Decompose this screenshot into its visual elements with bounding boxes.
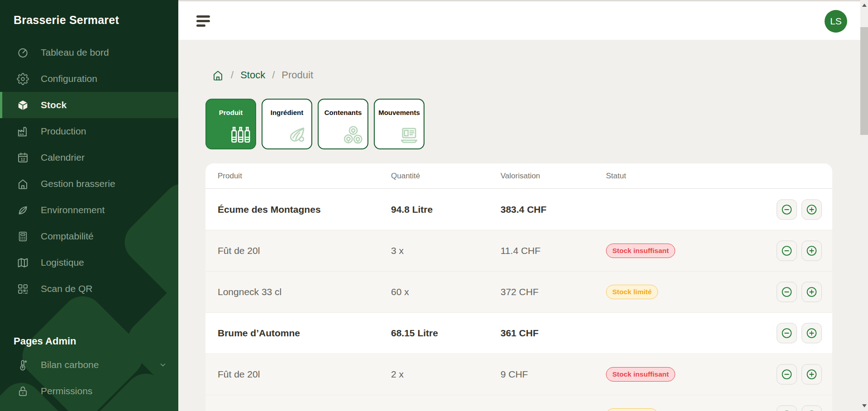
cell-quantity: 3 x	[391, 245, 501, 256]
row-actions	[777, 282, 822, 302]
decrement-button[interactable]	[777, 241, 797, 261]
cell-valuation: 383.4 CHF	[501, 204, 606, 215]
increment-button[interactable]	[801, 282, 822, 302]
increment-button[interactable]	[801, 199, 822, 220]
tab-label: Mouvements	[375, 109, 424, 116]
user-avatar[interactable]: LS	[825, 10, 847, 33]
increment-button[interactable]	[801, 323, 822, 344]
decrement-button[interactable]	[777, 323, 797, 344]
sidebar-item-label: Calendrier	[41, 152, 85, 163]
sidebar-item-label: Scan de QR	[41, 283, 92, 294]
leaf-icon	[17, 204, 29, 216]
sidebar-item-label: Production	[41, 126, 86, 137]
tab-label: Contenants	[319, 109, 367, 116]
home-icon	[17, 178, 29, 190]
breadcrumb-home-icon[interactable]	[212, 69, 224, 81]
cell-valuation: 9 CHF	[501, 369, 606, 380]
map-icon	[17, 257, 29, 269]
sidebar-item-label: Stock	[41, 100, 67, 110]
tab-label: Ingrédient	[262, 109, 311, 116]
status-badge: Stock insuffisant	[606, 367, 675, 382]
scrollbar-down-arrow-icon[interactable]	[862, 404, 867, 407]
hamburger-bar	[196, 15, 210, 18]
sidebar-item-label: Logistique	[41, 257, 84, 268]
scrollbar-up-arrow-icon[interactable]	[862, 4, 867, 7]
sidebar-item-calendrier[interactable]: 12Calendrier	[0, 144, 178, 171]
cell-valuation: 11.4 CHF	[501, 245, 606, 256]
sidebar-item-logistique[interactable]: Logistique	[0, 249, 178, 276]
row-actions	[777, 199, 822, 220]
page-content: /Stock/Produit ProduitIngrédientContenan…	[178, 40, 860, 411]
cell-valuation: 372 CHF	[501, 287, 606, 297]
sidebar-item-configuration[interactable]: Configuration	[0, 66, 178, 92]
table-row: Longneck 33 cl60 x372 CHFStock limité	[205, 271, 832, 312]
top-bar: LS	[178, 0, 860, 40]
sidebar-item-gestion-brasserie[interactable]: Gestion brasserie	[0, 171, 178, 197]
sidebar-item-bilan-carbone[interactable]: Bilan carbone	[0, 352, 178, 378]
column-header: Valorisation	[501, 172, 606, 181]
sidebar-item-environnement[interactable]: Environnement	[0, 197, 178, 223]
row-actions	[777, 406, 822, 411]
sidebar-item-label: Bilan carbone	[41, 359, 99, 370]
svg-text:12: 12	[20, 157, 25, 161]
status-badge: Stock limité	[606, 408, 658, 411]
chevron-down-icon	[158, 360, 167, 369]
increment-button[interactable]	[801, 406, 822, 411]
hamburger-bar	[196, 24, 205, 27]
table-header-row: ProduitQuantitéValorisationStatut	[205, 163, 832, 189]
status-badge: Stock insuffisant	[606, 244, 675, 258]
hamburger-bar	[196, 20, 210, 22]
cell-valuation: 361 CHF	[501, 328, 606, 339]
sidebar-item-label: Permissions	[41, 386, 92, 397]
table-body: Écume des Montagnes94.8 Litre383.4 CHFFû…	[205, 189, 832, 411]
gear-icon	[17, 73, 29, 85]
breadcrumb-segment[interactable]: Stock	[240, 69, 265, 81]
sidebar-item-label: Gestion brasserie	[41, 178, 115, 189]
tab-ingredient[interactable]: Ingrédient	[262, 99, 312, 149]
decrement-button[interactable]	[777, 199, 797, 220]
box-icon	[17, 99, 29, 111]
hamburger-menu-icon[interactable]	[196, 15, 210, 27]
sidebar-item-label: Tableau de bord	[41, 47, 109, 58]
scrollbar-thumb[interactable]	[860, 27, 868, 135]
sidebar-admin-nav: Bilan carbonePermissions	[0, 352, 178, 404]
breadcrumb-separator: /	[231, 69, 234, 81]
breadcrumb-separator: /	[272, 69, 275, 81]
bottles-icon	[230, 124, 251, 145]
decrement-button[interactable]	[777, 282, 797, 302]
sidebar-item-comptabilite[interactable]: Comptabilité	[0, 223, 178, 249]
increment-button[interactable]	[801, 241, 822, 261]
factory-icon	[17, 125, 29, 138]
increment-button[interactable]	[801, 364, 822, 385]
sidebar-item-scan-de-qr[interactable]: Scan de QR	[0, 276, 178, 302]
thermometer-icon	[17, 359, 29, 371]
hop-icon	[286, 124, 307, 145]
cell-product: Longneck 33 cl	[218, 287, 391, 297]
sidebar-item-permissions[interactable]: Permissions	[0, 378, 178, 404]
row-actions	[777, 241, 822, 261]
table-row: Fût de 20l2 x9 CHFStock insuffisant	[205, 354, 832, 395]
cell-product: Fût de 20l	[218, 245, 391, 256]
tab-mouvements[interactable]: Mouvements	[374, 99, 424, 149]
breadcrumb-segment: Produit	[281, 69, 313, 81]
cell-quantity: 2 x	[391, 369, 501, 380]
sidebar-nav: Tableau de bordConfigurationStockProduct…	[0, 39, 178, 302]
table-row: Brume d’Automne68.15 Litre361 CHF	[205, 312, 832, 354]
gauge-icon	[17, 47, 29, 59]
sidebar-item-stock[interactable]: Stock	[0, 92, 178, 118]
qr-code-icon	[17, 283, 29, 295]
cell-product: Brume d’Automne	[218, 328, 391, 339]
sidebar-item-label: Environnement	[41, 205, 105, 215]
column-header: Quantité	[391, 172, 501, 181]
kegs-icon	[343, 124, 363, 145]
sidebar: Brasserie Sermaret Tableau de bordConfig…	[0, 0, 178, 411]
column-header: Produit	[218, 172, 391, 181]
table-row: Fût de 20l3 x11.4 CHFStock insuffisant	[205, 230, 832, 271]
tab-produit[interactable]: Produit	[205, 99, 256, 149]
decrement-button[interactable]	[777, 364, 797, 385]
tab-contenants[interactable]: Contenants	[318, 99, 368, 149]
calendar-icon: 12	[17, 152, 29, 164]
decrement-button[interactable]	[777, 406, 797, 411]
sidebar-item-tableau-de-bord[interactable]: Tableau de bord	[0, 39, 178, 66]
sidebar-item-production[interactable]: Production	[0, 118, 178, 144]
